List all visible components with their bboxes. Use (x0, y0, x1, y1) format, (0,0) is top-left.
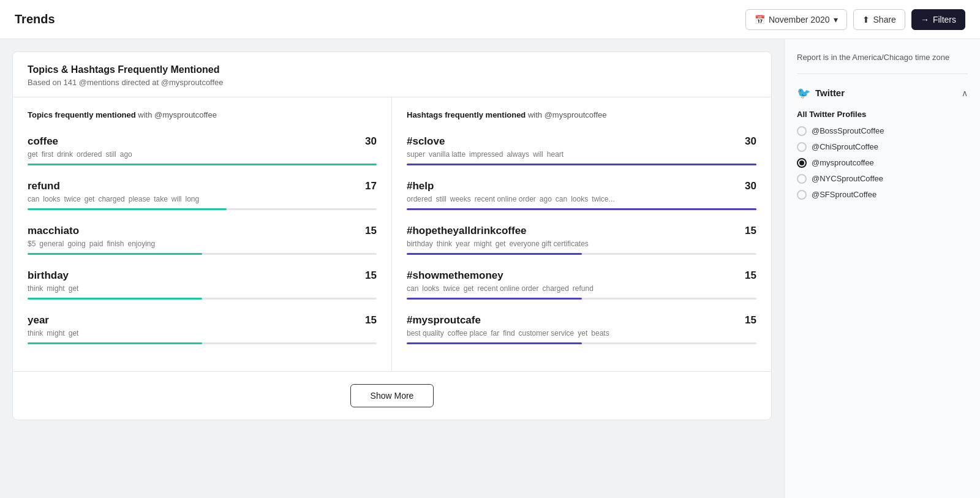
date-picker-button[interactable]: 📅 November 2020 ▾ (745, 9, 847, 30)
topics-column: Topics frequently mentioned with @myspro… (13, 97, 392, 371)
filters-icon: → (921, 15, 929, 25)
timezone-note: Report is in the America/Chicago time zo… (797, 51, 968, 74)
topic-bar-fill (28, 342, 202, 344)
hashtags-header-bold: Hashtags frequently mentioned (407, 110, 526, 119)
topics-header-rest: with @mysproutcoffee (136, 110, 217, 119)
topic-count: 30 (745, 180, 756, 192)
header-actions: 📅 November 2020 ▾ ⬆ Share → Filters (745, 9, 965, 30)
twitter-section-title: 🐦 Twitter (797, 86, 845, 100)
calendar-icon: 📅 (755, 15, 765, 25)
twitter-icon: 🐦 (797, 86, 810, 100)
topic-bar-fill (28, 164, 377, 165)
topic-bar (407, 298, 756, 300)
filters-label: Filters (933, 15, 956, 25)
list-item: macchiato 15 $5generalgoingpaidfinishenj… (28, 225, 377, 255)
topic-bar (407, 253, 756, 255)
topic-count: 30 (745, 135, 756, 148)
topic-keywords: $5generalgoingpaidfinishenjoying (28, 240, 377, 248)
topic-name: #sclove (407, 135, 445, 148)
profiles-list: @BossSproutCoffee @ChiSproutCoffee @mysp… (797, 126, 968, 200)
chevron-up-icon[interactable]: ∧ (962, 88, 968, 98)
profile-option[interactable]: @mysproutcoffee (797, 158, 968, 168)
hashtags-list: #sclove 30 supervanilla latteimpressedal… (407, 135, 756, 344)
radio-button[interactable] (797, 142, 807, 152)
topic-count: 15 (745, 225, 756, 237)
profile-option[interactable]: @SFSproutCoffee (797, 190, 968, 200)
topic-keywords: supervanilla latteimpressedalwayswillhea… (407, 150, 756, 159)
topic-bar (28, 164, 377, 165)
topics-list: coffee 30 getfirstdrinkorderedstillago r… (28, 135, 377, 344)
profile-name: @BossSproutCoffee (812, 126, 884, 135)
hashtags-column-header: Hashtags frequently mentioned with @mysp… (407, 110, 756, 121)
topic-count: 15 (745, 314, 756, 326)
topic-bar (407, 342, 756, 344)
topic-bar-fill (407, 164, 756, 165)
topic-bar-fill (28, 208, 227, 210)
main-layout: Topics & Hashtags Frequently Mentioned B… (0, 39, 980, 498)
topic-count: 15 (365, 225, 377, 237)
topic-name: birthday (28, 270, 69, 282)
topic-bar-fill (407, 208, 756, 210)
profile-name: @SFSproutCoffee (812, 190, 876, 199)
topic-keywords: getfirstdrinkorderedstillago (28, 150, 377, 159)
share-button[interactable]: ⬆ Share (853, 9, 905, 30)
topic-bar-fill (407, 253, 582, 255)
list-item: #showmethemoney 15 canlookstwicegetrecen… (407, 270, 756, 300)
topic-bar (28, 208, 377, 210)
topics-header-bold: Topics frequently mentioned (28, 110, 136, 119)
profiles-label: All Twitter Profiles (797, 110, 968, 119)
profile-option[interactable]: @BossSproutCoffee (797, 126, 968, 136)
topic-name: refund (28, 180, 60, 192)
topic-name: #mysproutcafe (407, 314, 481, 326)
show-more-button[interactable]: Show More (350, 384, 434, 407)
twitter-title-label: Twitter (815, 88, 845, 98)
list-item: coffee 30 getfirstdrinkorderedstillago (28, 135, 377, 165)
topic-name: #hopetheyalldrinkcoffee (407, 225, 527, 237)
topics-column-header: Topics frequently mentioned with @myspro… (28, 110, 377, 121)
radio-button[interactable] (797, 190, 807, 200)
list-item: refund 17 canlookstwicegetchargedpleaset… (28, 180, 377, 210)
topic-name: coffee (28, 135, 58, 148)
topic-keywords: orderedstillweeksrecent online orderagoc… (407, 195, 756, 203)
topic-bar (407, 208, 756, 210)
profile-name: @NYCSproutCoffee (812, 174, 883, 183)
topics-card: Topics & Hashtags Frequently Mentioned B… (12, 51, 772, 420)
radio-button[interactable] (797, 126, 807, 136)
topic-bar-fill (407, 342, 582, 344)
topic-bar (28, 253, 377, 255)
hashtags-header-rest: with @mysproutcoffee (526, 110, 606, 119)
list-item: #help 30 orderedstillweeksrecent online … (407, 180, 756, 210)
list-item: #mysproutcafe 15 best qualitycoffee plac… (407, 314, 756, 344)
topic-name: #help (407, 180, 434, 192)
card-header: Topics & Hashtags Frequently Mentioned B… (13, 52, 771, 97)
topic-name: macchiato (28, 225, 79, 237)
page-title: Trends (15, 12, 55, 26)
filters-button[interactable]: → Filters (911, 9, 965, 30)
right-sidebar: Report is in the America/Chicago time zo… (784, 39, 980, 498)
share-label: Share (873, 15, 896, 25)
chevron-down-icon: ▾ (834, 15, 838, 25)
topic-bar (28, 342, 377, 344)
topic-name: year (28, 314, 49, 326)
profile-option[interactable]: @NYCSproutCoffee (797, 174, 968, 184)
show-more-container: Show More (13, 371, 771, 420)
twitter-section-header: 🐦 Twitter ∧ (797, 86, 968, 100)
topic-count: 15 (365, 270, 377, 282)
share-icon: ⬆ (862, 15, 870, 25)
topic-bar (407, 164, 756, 165)
profile-name: @mysproutcoffee (812, 158, 874, 167)
content-area: Topics & Hashtags Frequently Mentioned B… (0, 39, 784, 498)
radio-button[interactable] (797, 158, 807, 168)
radio-button[interactable] (797, 174, 807, 184)
list-item: year 15 thinkmightget (28, 314, 377, 344)
list-item: birthday 15 thinkmightget (28, 270, 377, 300)
profile-name: @ChiSproutCoffee (812, 142, 878, 151)
date-picker-label: November 2020 (769, 15, 830, 25)
topic-keywords: thinkmightget (28, 284, 377, 293)
topic-bar (28, 298, 377, 300)
topic-count: 17 (365, 180, 377, 192)
topic-keywords: thinkmightget (28, 329, 377, 338)
profile-option[interactable]: @ChiSproutCoffee (797, 142, 968, 152)
topic-bar-fill (28, 253, 202, 255)
topic-keywords: canlookstwicegetrecent online ordercharg… (407, 284, 756, 293)
